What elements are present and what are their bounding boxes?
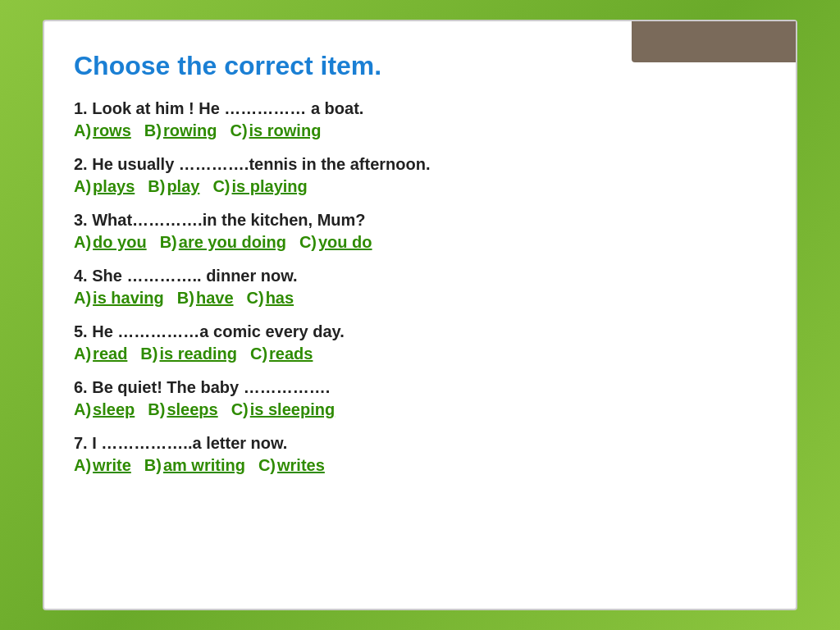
option-text-q7-2[interactable]: writes [277, 456, 325, 475]
option-label-q3-0: A) [74, 233, 91, 252]
option-label-q2-0: A) [74, 177, 91, 196]
option-text-q7-1[interactable]: am writing [163, 456, 245, 475]
option-label-q4-2: C) [247, 289, 264, 308]
option-text-q5-0[interactable]: read [93, 345, 127, 363]
option-label-q4-1: B) [177, 289, 194, 308]
options-q5: A) read B) is reading C) reads [74, 345, 766, 363]
options-q3: A) do you B) are you doing C) you do [74, 233, 766, 252]
option-label-q6-2: C) [231, 400, 249, 419]
question-text-q2: 2. He usually ………….tennis in the afterno… [74, 155, 766, 174]
question-text-q6: 6. Be quiet! The baby ……………. [74, 378, 766, 397]
question-q1: 1. Look at him ! He …………… a boat.A) rows… [74, 99, 766, 140]
question-text-q1: 1. Look at him ! He …………… a boat. [74, 99, 766, 118]
options-q6: A) sleep B) sleeps C) is sleeping [74, 400, 766, 419]
main-card: Choose the correct item. 1. Look at him … [43, 20, 797, 610]
option-label-q7-2: C) [258, 456, 276, 475]
option-label-q3-1: B) [160, 233, 177, 252]
question-text-q3: 3. What………….in the kitchen, Mum? [74, 211, 766, 230]
question-q7: 7. I ……………..a letter now.A) write B) am … [74, 434, 766, 475]
option-text-q2-0[interactable]: plays [93, 177, 135, 196]
option-label-q3-2: C) [299, 233, 317, 252]
option-label-q6-1: B) [148, 400, 165, 419]
option-text-q5-2[interactable]: reads [269, 345, 313, 363]
option-text-q3-1[interactable]: are you doing [179, 233, 286, 252]
option-text-q5-1[interactable]: is reading [159, 345, 236, 363]
option-text-q3-2[interactable]: you do [318, 233, 372, 252]
option-label-q1-0: A) [74, 121, 91, 140]
options-q7: A) write B) am writing C) writes [74, 456, 766, 475]
options-q4: A) is having B) have C) has [74, 289, 766, 308]
option-label-q5-1: B) [140, 345, 158, 363]
question-q6: 6. Be quiet! The baby …………….A) sleep B) … [74, 378, 766, 419]
option-text-q2-1[interactable]: play [167, 177, 199, 196]
top-bar-decoration [632, 21, 796, 62]
option-label-q7-0: A) [74, 456, 91, 475]
option-text-q4-1[interactable]: have [196, 289, 234, 308]
question-q2: 2. He usually ………….tennis in the afterno… [74, 155, 766, 196]
question-text-q4: 4. She ………….. dinner now. [74, 267, 766, 285]
option-text-q1-0[interactable]: rows [93, 121, 131, 140]
option-label-q5-0: A) [74, 345, 91, 363]
option-text-q7-0[interactable]: write [93, 456, 131, 475]
option-label-q4-0: A) [74, 289, 91, 308]
option-text-q6-0[interactable]: sleep [93, 400, 135, 419]
option-label-q5-2: C) [250, 345, 267, 363]
option-text-q6-2[interactable]: is sleeping [250, 400, 335, 419]
question-text-q7: 7. I ……………..a letter now. [74, 434, 766, 453]
questions-container: 1. Look at him ! He …………… a boat.A) rows… [74, 99, 766, 475]
question-q3: 3. What………….in the kitchen, Mum?A) do yo… [74, 211, 766, 252]
option-label-q2-1: B) [148, 177, 165, 196]
question-q4: 4. She ………….. dinner now.A) is having B)… [74, 267, 766, 308]
option-label-q6-0: A) [74, 400, 91, 419]
question-q5: 5. He ……………a comic every day.A) read B) … [74, 322, 766, 363]
option-text-q2-2[interactable]: is playing [232, 177, 308, 196]
option-text-q4-2[interactable]: has [266, 289, 294, 308]
option-text-q3-0[interactable]: do you [93, 233, 147, 252]
options-q1: A) rows B) rowing C) is rowing [74, 121, 766, 140]
option-label-q1-1: B) [144, 121, 162, 140]
option-label-q2-2: C) [212, 177, 230, 196]
options-q2: A) plays B) play C) is playing [74, 177, 766, 196]
option-text-q4-0[interactable]: is having [93, 289, 164, 308]
option-text-q1-1[interactable]: rowing [163, 121, 217, 140]
option-label-q7-1: B) [144, 456, 162, 475]
question-text-q5: 5. He ……………a comic every day. [74, 322, 766, 341]
option-label-q1-2: C) [230, 121, 247, 140]
option-text-q1-2[interactable]: is rowing [249, 121, 322, 140]
option-text-q6-1[interactable]: sleeps [167, 400, 217, 419]
